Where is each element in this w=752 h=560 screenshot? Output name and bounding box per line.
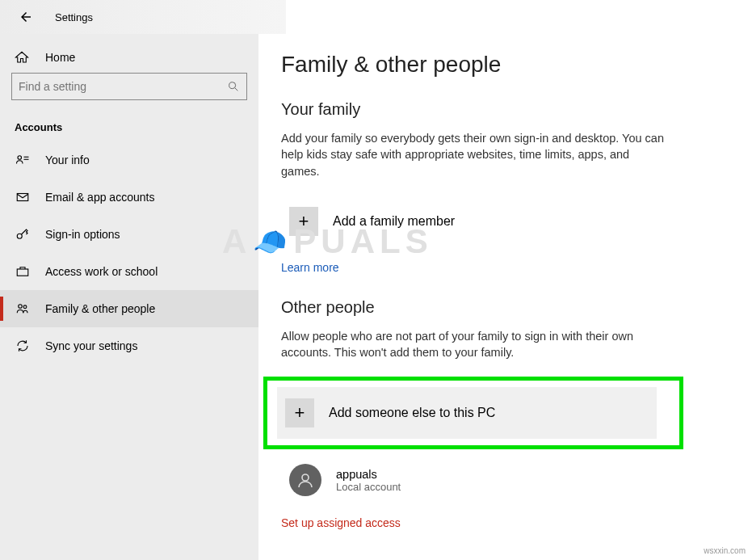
sidebar-item-signin[interactable]: Sign-in options [0, 216, 258, 253]
sidebar-item-label: Sync your settings [45, 339, 137, 352]
add-someone-label: Add someone else to this PC [329, 406, 495, 420]
account-row[interactable]: appuals Local account [281, 459, 661, 501]
avatar-icon [289, 464, 321, 496]
svg-point-9 [23, 305, 27, 309]
search-input[interactable] [19, 80, 227, 93]
add-family-label: Add a family member [333, 214, 455, 229]
plus-icon: + [285, 398, 314, 427]
sidebar-section-label: Accounts [0, 110, 258, 141]
attribution: wsxxin.com [704, 546, 746, 555]
briefcase-icon [15, 264, 31, 279]
sidebar-item-family[interactable]: Family & other people [0, 290, 258, 327]
section-family-desc: Add your family so everybody gets their … [281, 130, 669, 179]
sync-icon [15, 339, 31, 353]
people-icon [15, 301, 31, 316]
content-area: Family & other people Your family Add yo… [258, 34, 752, 560]
highlight-box: + Add someone else to this PC [263, 377, 683, 449]
add-someone-else-button[interactable]: + Add someone else to this PC [277, 387, 657, 439]
assigned-access-link[interactable]: Set up assigned access [281, 516, 401, 529]
back-arrow-icon [19, 10, 33, 24]
plus-icon: + [289, 207, 318, 236]
sidebar-item-label: Access work or school [45, 265, 158, 278]
sidebar-item-label: Your info [45, 154, 90, 166]
sidebar: Home Accounts Your info Email & app acco… [0, 34, 258, 560]
section-other-desc: Allow people who are not part of your fa… [281, 328, 669, 361]
sidebar-item-label: Family & other people [45, 302, 155, 315]
sidebar-home[interactable]: Home [0, 42, 258, 73]
add-family-member-button[interactable]: + Add a family member [281, 196, 661, 247]
search-icon [227, 80, 240, 93]
window-title: Settings [55, 11, 93, 23]
svg-rect-5 [17, 194, 28, 201]
svg-point-2 [18, 156, 22, 160]
sidebar-home-label: Home [45, 51, 75, 64]
svg-rect-7 [17, 269, 28, 276]
svg-point-8 [19, 305, 23, 309]
svg-line-1 [235, 88, 237, 91]
sidebar-item-label: Email & app accounts [45, 191, 154, 204]
section-family-title: Your family [281, 100, 729, 119]
sidebar-item-label: Sign-in options [45, 228, 120, 241]
svg-point-0 [229, 82, 236, 89]
sidebar-item-sync[interactable]: Sync your settings [0, 327, 258, 364]
back-button[interactable] [13, 4, 39, 30]
sidebar-item-email[interactable]: Email & app accounts [0, 179, 258, 216]
search-box[interactable] [11, 73, 247, 100]
key-icon [15, 227, 31, 242]
home-icon [15, 50, 31, 65]
person-info-icon [15, 153, 31, 167]
sidebar-item-work[interactable]: Access work or school [0, 253, 258, 290]
sidebar-item-your-info[interactable]: Your info [0, 141, 258, 179]
section-other-title: Other people [281, 298, 729, 317]
email-icon [15, 190, 31, 204]
account-name: appuals [336, 468, 401, 481]
svg-point-10 [302, 474, 309, 481]
titlebar: Settings [0, 0, 752, 34]
page-title: Family & other people [281, 52, 729, 78]
svg-point-6 [17, 234, 22, 238]
account-type: Local account [336, 481, 401, 493]
learn-more-link[interactable]: Learn more [281, 261, 339, 274]
